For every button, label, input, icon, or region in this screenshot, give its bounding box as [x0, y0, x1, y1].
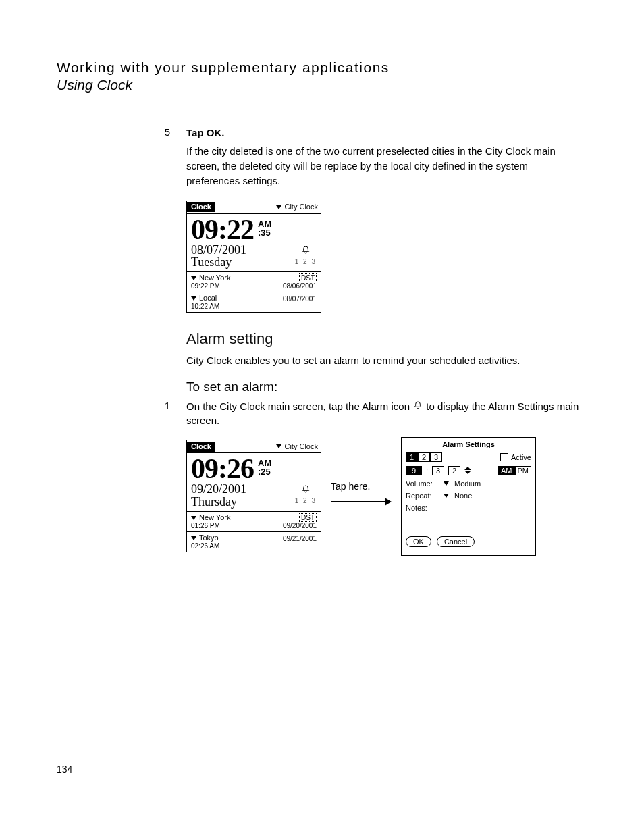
alarm-setting-body: City Clock enables you to set an alarm t… [186, 353, 582, 367]
hour-field[interactable]: 9 [406, 466, 422, 475]
alarm-tab-3[interactable]: 3 [430, 452, 442, 462]
app-title: Clock [187, 442, 215, 452]
step-5-text: Tap OK. [186, 126, 582, 140]
step-5-note: If the city deleted is one of the two cu… [186, 144, 582, 188]
notes-line-1[interactable] [406, 516, 531, 523]
city2-time: 02:26 AM [191, 543, 219, 550]
city-clock-screenshot-1: Clock City Clock 09:22 AM:35 08/07/2001 … [186, 201, 321, 313]
alarm-settings-panel: Alarm Settings 123 Active 9 : 32 AMPM [401, 437, 536, 556]
pm-button[interactable]: PM [515, 466, 532, 475]
city1-name: New York [199, 514, 230, 521]
main-date: 08/07/2001 [191, 244, 246, 257]
alarm-icon [412, 400, 423, 411]
active-checkbox[interactable] [500, 453, 508, 461]
app-title: Clock [187, 202, 215, 212]
dropdown-icon [191, 296, 196, 301]
dst-indicator: DST [299, 513, 317, 522]
page-number: 134 [57, 764, 72, 775]
step-1-number: 1 [57, 400, 186, 427]
view-menu[interactable]: City Clock [273, 442, 321, 452]
main-day: Thursday [191, 496, 246, 509]
volume-picker[interactable]: Medium [454, 479, 481, 488]
alarm-tab-2[interactable]: 2 [418, 452, 430, 462]
header-rule [57, 99, 582, 99]
view-menu[interactable]: City Clock [273, 202, 321, 212]
city2-picker[interactable]: Local [191, 294, 219, 302]
repeat-label: Repeat: [406, 492, 439, 500]
am-button[interactable]: AM [498, 466, 515, 475]
dropdown-icon [191, 276, 196, 280]
city2-picker[interactable]: Tokyo [191, 534, 219, 542]
city1-time: 09:22 PM [191, 283, 230, 290]
dropdown-icon [444, 494, 449, 498]
city2-time: 10:22 AM [191, 303, 219, 310]
seconds: :35 [258, 228, 271, 237]
svg-marker-1 [385, 498, 392, 506]
main-date: 09/20/2001 [191, 483, 246, 496]
dropdown-icon [191, 516, 196, 520]
step-5-number: 5 [57, 126, 186, 140]
alarm-settings-title: Alarm Settings [406, 440, 531, 448]
minute-tens-field[interactable]: 3 [432, 466, 444, 475]
time-colon: : [426, 467, 428, 475]
view-menu-label: City Clock [284, 443, 318, 450]
dropdown-icon [276, 205, 281, 209]
alarm-icon[interactable] [300, 244, 311, 257]
ampm: AM [258, 219, 271, 228]
tap-here-label: Tap here. [331, 481, 370, 492]
city1-picker[interactable]: New York [191, 514, 230, 521]
cancel-button[interactable]: Cancel [437, 536, 475, 547]
city2-date: 08/07/2001 [283, 296, 317, 303]
dropdown-icon [444, 481, 449, 486]
main-day: Tuesday [191, 256, 246, 269]
main-time: 09:22 [191, 215, 254, 244]
section-to-set-alarm: To set an alarm: [186, 380, 582, 394]
header-subtitle: Using Clock [57, 77, 582, 93]
city1-picker[interactable]: New York [191, 274, 230, 282]
city1-date: 08/06/2001 [283, 283, 317, 290]
dropdown-icon [276, 444, 281, 448]
minute-ones-field[interactable]: 2 [448, 466, 460, 475]
city1-name: New York [199, 274, 230, 282]
city2-name: Local [199, 294, 217, 302]
step-1-text: On the City Clock main screen, tap the A… [186, 400, 582, 427]
seconds: :25 [258, 467, 271, 476]
volume-label: Volume: [406, 479, 439, 488]
dropdown-icon [191, 536, 196, 540]
section-alarm-setting: Alarm setting [186, 330, 582, 348]
step-1-pre: On the City Clock main screen, tap the A… [186, 400, 412, 412]
active-label: Active [511, 453, 531, 461]
main-time: 09:26 [191, 454, 254, 483]
city1-time: 01:26 PM [191, 523, 230, 529]
header-title: Working with your supplementary applicat… [57, 59, 582, 76]
time-stepper[interactable] [464, 467, 471, 474]
view-menu-label: City Clock [284, 203, 318, 211]
repeat-picker[interactable]: None [454, 492, 472, 500]
ok-button[interactable]: OK [406, 536, 431, 547]
city-clock-screenshot-2: Clock City Clock 09:26 AM:25 09/20/2001 … [186, 440, 321, 552]
city1-date: 09/20/2001 [283, 523, 317, 529]
city2-date: 09/21/2001 [283, 536, 317, 542]
alarm-indicator: 1 2 3 [295, 498, 317, 504]
dst-indicator: DST [299, 273, 317, 282]
alarm-tab-1[interactable]: 1 [406, 452, 418, 462]
alarm-icon[interactable] [300, 483, 311, 496]
arrow-icon [331, 492, 392, 512]
alarm-indicator: 1 2 3 [295, 259, 317, 265]
notes-label: Notes: [406, 504, 439, 512]
notes-line-2[interactable] [406, 526, 531, 533]
city2-name: Tokyo [199, 534, 219, 542]
